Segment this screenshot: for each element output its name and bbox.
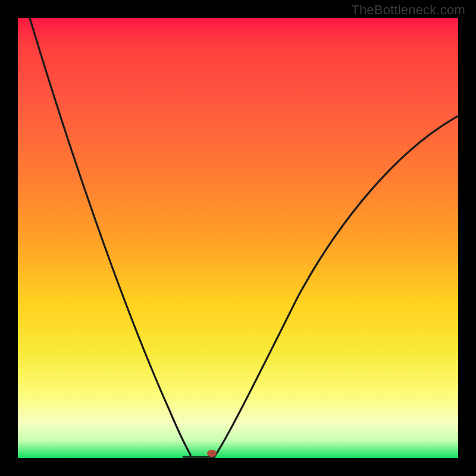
chart-black-frame: TheBottleneck.com	[0, 0, 476, 476]
minimum-marker	[207, 450, 217, 457]
right-branch-path	[214, 116, 458, 457]
left-branch-path	[30, 18, 190, 457]
plot-area	[18, 18, 458, 458]
bottleneck-curve	[18, 18, 458, 458]
watermark-text: TheBottleneck.com	[351, 2, 465, 18]
